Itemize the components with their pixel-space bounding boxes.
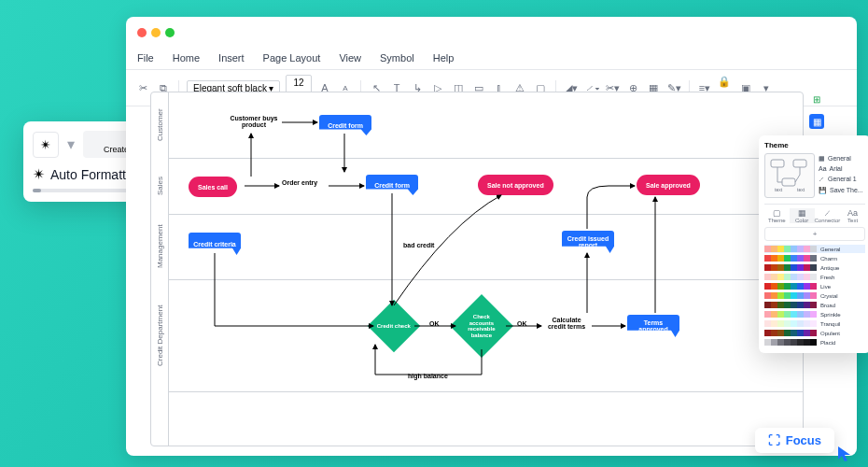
theme-tab-text[interactable]: AaText bbox=[840, 208, 865, 223]
menu-view[interactable]: View bbox=[339, 52, 361, 64]
menu-home[interactable]: Home bbox=[173, 52, 200, 64]
sparkle-icon[interactable]: ✴ bbox=[33, 132, 59, 158]
palette-live[interactable]: Live bbox=[764, 282, 865, 290]
cut-icon[interactable]: ✂ bbox=[135, 80, 150, 95]
menu-file[interactable]: File bbox=[137, 52, 154, 64]
theme-title: Theme bbox=[764, 141, 865, 149]
menu-help[interactable]: Help bbox=[433, 52, 455, 64]
focus-button[interactable]: ⛶ Focus bbox=[755, 428, 834, 453]
palette-crystal[interactable]: Crystal bbox=[764, 291, 865, 300]
theme-tab-connector[interactable]: ⟋Connector bbox=[815, 208, 841, 223]
menu-insert[interactable]: Insert bbox=[218, 52, 245, 64]
svg-rect-1 bbox=[793, 160, 806, 167]
palette-general[interactable]: General bbox=[764, 245, 865, 253]
app-icon[interactable]: ⊞ bbox=[809, 92, 824, 106]
theme-panel: Theme texttext ▦GeneralAaArial⟋General 1… bbox=[759, 135, 868, 353]
cursor-icon-2 bbox=[836, 445, 855, 463]
connectors bbox=[151, 92, 805, 447]
palette-sprinkle[interactable]: Sprinkle bbox=[764, 310, 865, 318]
window-controls[interactable] bbox=[126, 17, 857, 49]
theme-tab-color[interactable]: ▦Color bbox=[790, 208, 815, 223]
palette-broad[interactable]: Broad bbox=[764, 301, 865, 309]
theme-opt-0[interactable]: ▦General bbox=[819, 153, 865, 163]
focus-icon: ⛶ bbox=[768, 433, 780, 447]
svg-rect-0 bbox=[771, 160, 784, 167]
palette-fresh[interactable]: Fresh bbox=[764, 273, 865, 281]
svg-rect-2 bbox=[782, 178, 795, 186]
menu-symbol[interactable]: Symbol bbox=[380, 52, 414, 64]
theme-opt-2[interactable]: ⟋General 1 bbox=[819, 174, 865, 184]
diagram-canvas[interactable]: Customer Sales Management Credit Departm… bbox=[150, 92, 804, 446]
theme-opt-1[interactable]: AaArial bbox=[819, 163, 865, 174]
theme-tab-theme[interactable]: ▢Theme bbox=[764, 208, 790, 223]
theme-preview[interactable]: texttext bbox=[764, 153, 815, 198]
palette-tranquil[interactable]: Tranquil bbox=[764, 319, 865, 328]
palette-antique[interactable]: Antique bbox=[764, 263, 865, 272]
layout-icon[interactable]: ▦ bbox=[809, 114, 824, 129]
palette-placid[interactable]: Placid bbox=[764, 338, 865, 347]
menu-bar: FileHomeInsertPage LayoutViewSymbolHelp bbox=[126, 49, 857, 70]
app-window: FileHomeInsertPage LayoutViewSymbolHelp … bbox=[126, 17, 857, 456]
palette-charm[interactable]: Charm bbox=[764, 254, 865, 262]
theme-opt-3[interactable]: 💾Save The... bbox=[819, 185, 865, 195]
palette-opulent[interactable]: Opulent bbox=[764, 329, 865, 337]
menu-page-layout[interactable]: Page Layout bbox=[263, 52, 321, 64]
add-palette-button[interactable]: + bbox=[764, 227, 865, 241]
svg-text:text: text bbox=[775, 187, 783, 192]
svg-text:text: text bbox=[797, 187, 805, 192]
